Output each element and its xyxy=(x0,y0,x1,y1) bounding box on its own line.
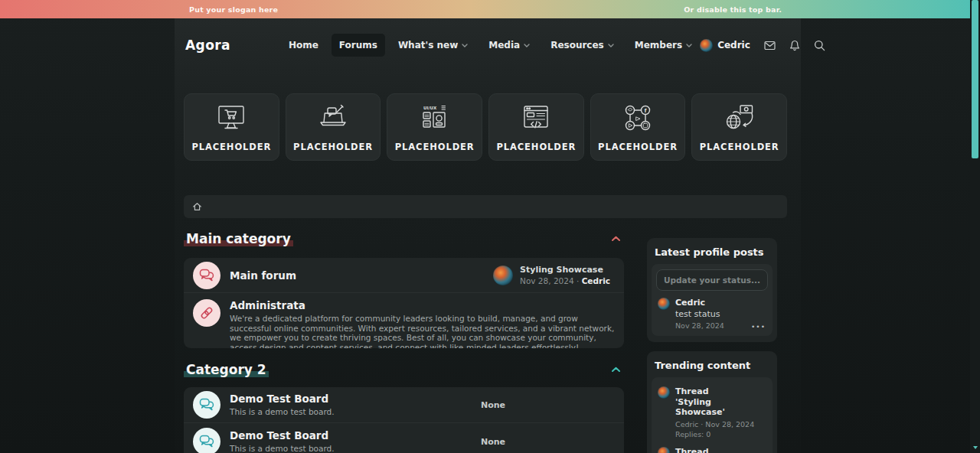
trending-item[interactable]: Thread 'testing attachment' xyxy=(656,443,768,453)
section-title[interactable]: Main category xyxy=(184,230,293,247)
chat-bubbles-icon xyxy=(193,391,220,419)
placeholder-card-3[interactable]: UI/UX PLACEHOLDER xyxy=(387,93,482,161)
collapse-chevron-up-icon[interactable] xyxy=(608,234,624,243)
avatar[interactable] xyxy=(493,266,513,285)
latest-profile-posts-widget: Latest profile posts Cedric test status … xyxy=(647,238,777,342)
trending-panel: Thread 'Styling Showcase' Cedric · Nov 2… xyxy=(652,377,773,453)
laptop-chat-icon xyxy=(315,103,351,136)
trending-thread-link[interactable]: Thread 'testing attachment' xyxy=(675,447,746,453)
monitor-cart-icon xyxy=(213,103,250,136)
placeholder-cards-row: PLACEHOLDER PLACEHOLDER UI/UX xyxy=(184,93,787,161)
trending-thread-replies: Replies: 0 xyxy=(675,430,754,438)
date-text: Nov 28, 2024 · xyxy=(520,276,579,285)
forum-row-administrata[interactable]: Administrata We're a dedicated platform … xyxy=(184,293,624,347)
widget-title: Latest profile posts xyxy=(647,238,777,264)
latest-thread-date: Nov 28, 2024 · Cedric xyxy=(520,276,610,285)
link-icon xyxy=(193,299,220,327)
page-content: PLACEHOLDER PLACEHOLDER UI/UX xyxy=(184,0,787,453)
collapse-chevron-up-icon[interactable] xyxy=(608,365,624,374)
card-label: PLACEHOLDER xyxy=(395,142,475,152)
svg-text:f: f xyxy=(645,108,648,114)
browser-code-icon xyxy=(518,103,554,136)
placeholder-card-4[interactable]: PLACEHOLDER xyxy=(488,93,584,161)
forum-title[interactable]: Demo Test Board xyxy=(230,429,335,442)
placeholder-card-2[interactable]: PLACEHOLDER xyxy=(286,93,381,161)
forum-title[interactable]: Administrata xyxy=(230,299,615,311)
avatar[interactable] xyxy=(658,298,670,310)
avatar[interactable] xyxy=(658,447,670,453)
scrollbar-down-arrow-icon[interactable] xyxy=(973,446,978,449)
profile-post-user[interactable]: Cedric xyxy=(675,298,724,308)
profile-post-text: test status xyxy=(675,309,724,319)
bell-icon[interactable] xyxy=(789,40,800,51)
trending-item[interactable]: Thread 'Styling Showcase' Cedric · Nov 2… xyxy=(656,383,768,443)
money-transfer-icon xyxy=(721,103,758,136)
latest-post-stat: None xyxy=(481,437,505,447)
placeholder-card-5[interactable]: f PLACEHOLDER xyxy=(590,93,686,161)
breadcrumb xyxy=(184,195,787,218)
ellipsis-menu-icon[interactable]: ••• xyxy=(751,323,766,331)
search-icon[interactable] xyxy=(814,40,825,51)
latest-post-meta: Styling Showcase Nov 28, 2024 · Cedric xyxy=(493,265,615,285)
latest-thread-link[interactable]: Styling Showcase xyxy=(520,265,610,275)
card-label: PLACEHOLDER xyxy=(293,142,373,152)
card-label: PLACEHOLDER xyxy=(598,142,678,152)
chat-bubbles-icon xyxy=(193,262,220,289)
card-label: PLACEHOLDER xyxy=(191,142,271,152)
forum-block-main-category: Main forum Styling Showcase Nov 28, 2024… xyxy=(184,258,624,348)
trending-thread-link[interactable]: Thread 'Styling Showcase' xyxy=(675,386,746,418)
profile-post-item[interactable]: Cedric test status Nov 28, 2024 ••• xyxy=(656,298,768,331)
profile-posts-panel: Cedric test status Nov 28, 2024 ••• xyxy=(652,264,773,336)
placeholder-card-1[interactable]: PLACEHOLDER xyxy=(184,93,279,161)
forum-row-demo-test-board[interactable]: Demo Test Board This is a demo test boar… xyxy=(184,423,624,453)
section-header-category-2: Category 2 xyxy=(184,361,624,378)
uiux-wireframe-icon: UI/UX xyxy=(416,103,453,136)
trending-thread-meta: Cedric · Nov 28, 2024 xyxy=(675,420,754,429)
forum-description: This is a demo test board. xyxy=(230,444,335,453)
status-input[interactable] xyxy=(656,269,768,291)
forum-row-demo-test-board[interactable]: Demo Test Board This is a demo test boar… xyxy=(184,387,624,423)
chat-bubbles-icon xyxy=(193,428,220,453)
latest-post-stat: None xyxy=(481,400,505,410)
forum-title[interactable]: Main forum xyxy=(230,269,296,282)
section-header-main-category: Main category xyxy=(184,230,624,247)
forum-title[interactable]: Demo Test Board xyxy=(230,393,335,405)
profile-post-date[interactable]: Nov 28, 2024 xyxy=(675,321,724,330)
social-network-icon: f xyxy=(619,103,656,136)
trending-content-widget: Trending content Thread 'Styling Showcas… xyxy=(647,351,777,453)
forum-description: This is a demo test board. xyxy=(230,407,335,417)
scrollbar-thumb[interactable] xyxy=(972,0,978,158)
placeholder-card-6[interactable]: PLACEHOLDER xyxy=(691,93,787,161)
widget-title: Trending content xyxy=(647,351,777,377)
section-title[interactable]: Category 2 xyxy=(184,361,269,378)
card-label: PLACEHOLDER xyxy=(496,142,576,152)
forum-row-main-forum[interactable]: Main forum Styling Showcase Nov 28, 2024… xyxy=(184,258,624,293)
home-icon[interactable] xyxy=(192,200,202,214)
forum-description: We're a dedicated platform for community… xyxy=(230,314,615,348)
forum-block-category-2: Demo Test Board This is a demo test boar… xyxy=(184,387,624,453)
card-label: PLACEHOLDER xyxy=(700,142,779,152)
svg-text:UI/UX: UI/UX xyxy=(423,106,437,110)
avatar[interactable] xyxy=(658,386,670,399)
latest-user-link[interactable]: Cedric xyxy=(582,276,610,285)
